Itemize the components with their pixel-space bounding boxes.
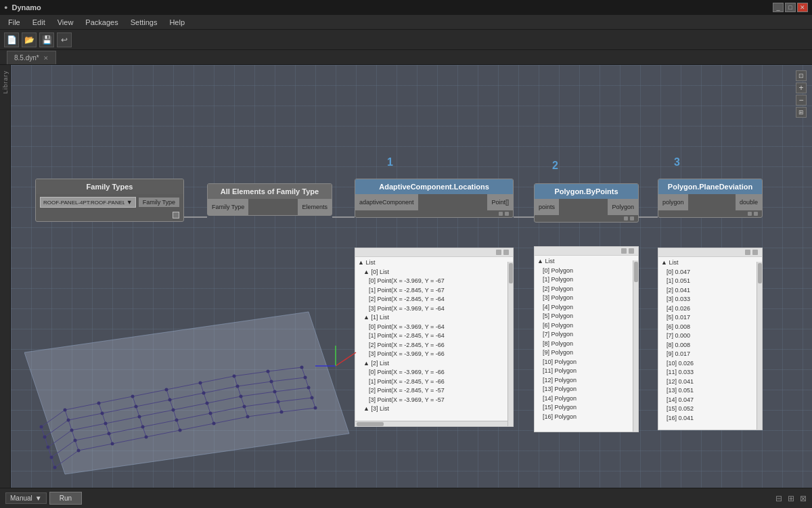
undo-button[interactable]: ↩ (57, 32, 72, 47)
list-item: [2] 0.041 (661, 286, 759, 296)
list-item: [2] Point(X = -2.845, Y = -66 (358, 341, 510, 350)
panel-adaptive-scrollbar[interactable] (508, 262, 513, 426)
3d-visualization (24, 258, 376, 488)
svg-line-130 (336, 352, 356, 366)
title-bar-controls: _ □ ✕ (773, 3, 808, 12)
panel-polygon-scrollbar[interactable] (633, 260, 638, 432)
adaptive-header: AdaptiveComponent.Locations (355, 179, 513, 194)
list-item: ▲ List (358, 258, 510, 268)
svg-point-117 (64, 409, 67, 412)
panel-adaptive-scrollbar-thumb[interactable] (509, 263, 513, 283)
menu-help[interactable]: Help (164, 17, 190, 28)
family-types-dropdown[interactable]: ROOF-PANEL-4PT:ROOF-PANEL-4PT ▼ (40, 197, 136, 208)
graph-view-icon[interactable]: ⊟ (775, 494, 782, 503)
new-button[interactable]: 📄 (4, 32, 19, 47)
zoom-out-button[interactable]: − (796, 95, 807, 106)
svg-point-101 (70, 429, 74, 432)
polygon-by-mid (559, 199, 608, 215)
close-button[interactable]: ✕ (797, 3, 808, 12)
panel-adaptive-collapse[interactable] (496, 250, 501, 255)
title-bar: ● Dynamo _ □ ✕ (0, 0, 812, 15)
run-mode-dropdown[interactable]: Manual ▼ (5, 492, 47, 504)
node-adaptive: AdaptiveComponent.Locations adaptiveComp… (355, 179, 514, 218)
tab-main[interactable]: 8.5.dyn* ✕ (7, 51, 56, 64)
save-button[interactable]: 💾 (39, 32, 54, 47)
list-item: ▲ [2] List (358, 359, 510, 369)
toolbar: 📄 📂 💾 ↩ (0, 30, 812, 50)
zoom-fit-button[interactable]: ⊡ (796, 70, 807, 81)
list-item: [3] Point(X = -3.969, Y = -57 (358, 396, 510, 405)
adaptive-resize-dot2[interactable] (505, 212, 509, 216)
node-number-2: 2 (552, 160, 558, 172)
zoom-in-button[interactable]: + (796, 83, 807, 93)
panel-deviation-resize[interactable] (752, 250, 758, 255)
list-item: ▲ [0] List (358, 268, 510, 277)
adaptive-resize-dot1[interactable] (499, 212, 503, 216)
svg-point-119 (131, 395, 135, 398)
svg-point-104 (172, 409, 175, 412)
list-item: [11] Polygon (537, 367, 635, 376)
panel-deviation-scrollbar-thumb[interactable] (758, 263, 762, 283)
polygon-dev-resize-dot1[interactable] (748, 212, 752, 216)
list-item: ▲ List (537, 257, 635, 267)
maximize-button[interactable]: □ (785, 3, 796, 12)
panel-adaptive-hscrollbar[interactable] (355, 421, 508, 426)
svg-point-128 (43, 436, 47, 439)
minimize-button[interactable]: _ (773, 3, 784, 12)
list-item: [9] Polygon (537, 348, 635, 358)
viz-svg (24, 258, 376, 488)
menu-file[interactable]: File (3, 17, 26, 28)
family-type-port-label: Family Type (139, 198, 179, 207)
tab-close-icon[interactable]: ✕ (43, 55, 49, 62)
panel-polygon-scrollbar-thumb[interactable] (634, 262, 638, 282)
3d-view-icon[interactable]: ⊞ (788, 494, 794, 503)
panel-deviation-collapse[interactable] (745, 250, 750, 255)
bottom-bar: Manual ▼ Run ⊟ ⊞ ⊠ (0, 488, 812, 508)
svg-point-125 (53, 466, 57, 469)
panel-adaptive-header (355, 248, 513, 257)
panel-polygon-resize[interactable] (629, 248, 634, 254)
run-button[interactable]: Run (49, 492, 82, 505)
svg-point-103 (138, 415, 141, 419)
node-number-1: 1 (387, 156, 393, 168)
tab-bar: 8.5.dyn* ✕ (0, 50, 812, 65)
title-bar-left: ● Dynamo (4, 3, 41, 11)
family-types-checkbox[interactable] (173, 212, 179, 218)
node-number-3: 3 (674, 156, 680, 168)
layout-icon[interactable]: ⊠ (800, 494, 807, 503)
polygon-by-port-left: points (535, 199, 559, 215)
svg-point-102 (104, 422, 108, 425)
svg-point-96 (175, 419, 179, 422)
polygon-dev-resize-dot2[interactable] (754, 212, 758, 216)
zoom-reset-button[interactable]: ⊞ (796, 107, 807, 118)
list-item: [4] 0.026 (661, 304, 759, 314)
list-item: [3] Polygon (537, 294, 635, 303)
node-polygon-by: Polygon.ByPoints points Polygon (534, 183, 639, 223)
open-button[interactable]: 📂 (22, 32, 37, 47)
canvas[interactable]: 1 2 3 Family Types ROOF-PANEL-4PT:ROOF-P… (11, 65, 812, 488)
list-item: ▲ List (661, 258, 759, 268)
menu-settings[interactable]: Settings (125, 17, 163, 28)
panel-polygon-collapse[interactable] (621, 248, 627, 254)
all-elements-header: All Elements of Family Type (208, 184, 332, 199)
menu-view[interactable]: View (52, 17, 79, 28)
menu-edit[interactable]: Edit (27, 17, 51, 28)
menu-packages[interactable]: Packages (80, 17, 123, 28)
dropdown-value: ROOF-PANEL-4PT:ROOF-PANEL-4PT (43, 200, 125, 206)
svg-point-95 (141, 425, 145, 429)
svg-point-91 (280, 411, 284, 414)
list-item: [11] 0.033 (661, 368, 759, 377)
svg-point-99 (277, 400, 280, 404)
svg-point-93 (74, 439, 77, 442)
dropdown-arrow-icon: ▼ (127, 199, 133, 206)
node-polygon-dev: Polygon.PlaneDeviation polygon double (658, 179, 763, 218)
polygon-dev-port-left: polygon (658, 194, 688, 210)
polygon-by-resize-dot1[interactable] (624, 216, 628, 221)
all-elements-mid (248, 199, 298, 215)
adaptive-port-right: Point[] (487, 194, 513, 210)
svg-point-121 (199, 382, 202, 385)
panel-adaptive-resize[interactable] (503, 250, 509, 255)
menu-bar: File Edit View Packages Settings Help (0, 15, 812, 30)
polygon-by-resize-dot2[interactable] (630, 216, 634, 221)
panel-deviation-scrollbar[interactable] (757, 262, 762, 430)
